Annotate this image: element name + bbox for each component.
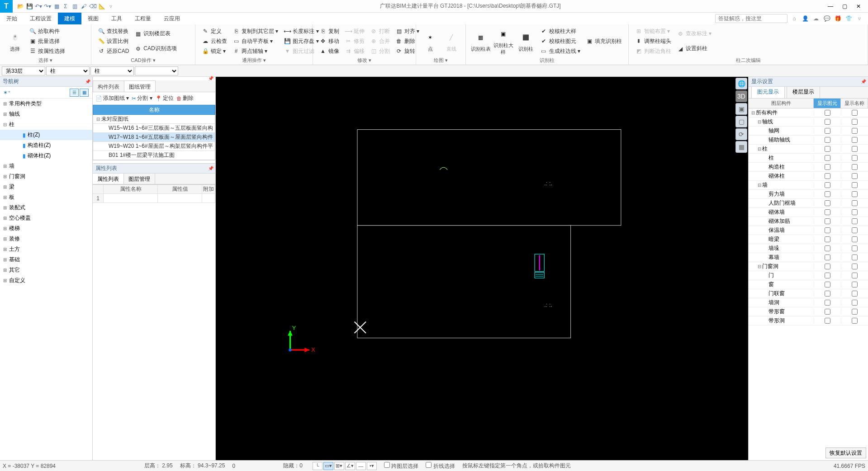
- display-row[interactable]: ⊟门窗洞: [749, 262, 868, 271]
- nav-item[interactable]: ⊞自定义: [0, 275, 92, 286]
- qat-undo-icon[interactable]: ↶▾: [34, 2, 43, 10]
- show-name-checkbox[interactable]: [852, 245, 858, 251]
- qat-layers-icon[interactable]: ▥: [71, 2, 79, 10]
- qat-region-icon[interactable]: ▦: [52, 2, 61, 10]
- display-row[interactable]: 门: [749, 271, 868, 280]
- pin-icon[interactable]: 📌: [85, 79, 90, 84]
- show-name-checkbox[interactable]: [852, 119, 858, 125]
- polyline-select-checkbox[interactable]: 折线选择: [426, 462, 455, 470]
- nav-item[interactable]: ⊞装修: [0, 234, 92, 244]
- nav-item[interactable]: ⊞板: [0, 192, 92, 203]
- show-elem-checkbox[interactable]: [825, 291, 830, 297]
- show-name-checkbox[interactable]: [852, 300, 858, 306]
- nav-item[interactable]: ⊞装配式: [0, 203, 92, 213]
- show-elem-checkbox[interactable]: [825, 146, 830, 152]
- verify-col-elem-button[interactable]: ✔校核柱图元: [538, 37, 582, 46]
- menu-tab[interactable]: 建模: [58, 13, 81, 25]
- show-name-checkbox[interactable]: [852, 254, 858, 260]
- offset-button[interactable]: ⇉偏移: [343, 47, 366, 56]
- display-row[interactable]: 保温墙: [749, 226, 868, 235]
- qat-save-icon[interactable]: 💾: [25, 2, 33, 10]
- restore-default-button[interactable]: 恢复默认设置: [825, 447, 866, 458]
- nav-item[interactable]: ⊞楼梯: [0, 223, 92, 234]
- show-name-checkbox[interactable]: [852, 282, 858, 287]
- show-elem-checkbox[interactable]: [825, 282, 830, 287]
- view-cube-icon[interactable]: ▣: [735, 103, 747, 115]
- show-elem-checkbox[interactable]: [825, 236, 830, 242]
- view-3d-icon[interactable]: 3D: [735, 90, 747, 102]
- nav-item[interactable]: ▮构造柱(Z): [0, 140, 92, 151]
- smart-layout-button[interactable]: ⊞智能布置 ▾: [633, 27, 673, 36]
- component-select[interactable]: [135, 66, 178, 75]
- display-row[interactable]: 带形窗: [749, 307, 868, 316]
- show-name-checkbox[interactable]: [852, 164, 858, 170]
- gift-icon[interactable]: 🎁: [834, 14, 842, 23]
- display-row[interactable]: ⊟柱: [749, 145, 868, 154]
- pin-icon[interactable]: 📌: [208, 76, 213, 81]
- mid-tab[interactable]: 构件列表: [93, 80, 124, 92]
- view-refresh-icon[interactable]: ⟳: [735, 128, 747, 140]
- view-list-icon[interactable]: ☰: [70, 89, 79, 97]
- qat-clear-icon[interactable]: ⌫: [89, 2, 97, 10]
- show-elem-checkbox[interactable]: [825, 173, 830, 179]
- drawing-row[interactable]: B01 1#楼一层梁平法施工图: [93, 151, 215, 160]
- show-elem-checkbox[interactable]: [825, 119, 830, 125]
- qat-redo-icon[interactable]: ↷▾: [43, 2, 52, 10]
- menu-tab[interactable]: 工具: [105, 13, 128, 25]
- view-front-icon[interactable]: ▢: [735, 116, 747, 127]
- recognize-floor-table-button[interactable]: ▦识别楼层表: [133, 29, 178, 38]
- batch-select-button[interactable]: ▣批量选择: [27, 37, 67, 46]
- floor-select[interactable]: 第33层: [2, 66, 45, 75]
- sbtn-grid-icon[interactable]: ⊞▾: [334, 462, 344, 470]
- rec-col-button[interactable]: ⬛识别柱: [516, 26, 536, 56]
- restore-cad-button[interactable]: ↺还原CAD: [96, 47, 131, 56]
- menu-tab[interactable]: 视图: [81, 13, 105, 25]
- show-name-checkbox[interactable]: [852, 155, 858, 161]
- show-name-checkbox[interactable]: [852, 128, 858, 134]
- display-row[interactable]: ⊟所有构件: [749, 108, 868, 118]
- select-button[interactable]: 🖱️ 选择: [5, 26, 25, 56]
- show-elem-checkbox[interactable]: [825, 191, 830, 197]
- display-row[interactable]: 门联窗: [749, 289, 868, 298]
- show-elem-checkbox[interactable]: [825, 137, 830, 143]
- nav-item[interactable]: ⊞墙: [0, 161, 92, 171]
- show-elem-checkbox[interactable]: [825, 273, 830, 278]
- view-grid-icon[interactable]: ▦: [80, 89, 89, 97]
- col-show-elem[interactable]: 显示图元: [814, 99, 841, 108]
- check-edit-dim-button[interactable]: ⚙查改标注 ▾: [675, 29, 713, 38]
- nav-item[interactable]: ⊞基础: [0, 254, 92, 265]
- prop-tab[interactable]: 属性列表: [93, 174, 124, 184]
- view-grid-icon[interactable]: ▦: [735, 141, 747, 153]
- display-row[interactable]: 柱: [749, 154, 868, 163]
- show-elem-checkbox[interactable]: [825, 309, 830, 315]
- nav-item[interactable]: ▮柱(Z): [0, 130, 92, 140]
- show-name-checkbox[interactable]: [852, 318, 858, 324]
- mid-tab[interactable]: 图纸管理: [124, 80, 156, 92]
- mirror-button[interactable]: ▲镜像: [318, 47, 341, 56]
- close-icon[interactable]: ✕: [853, 2, 864, 10]
- show-name-checkbox[interactable]: [852, 146, 858, 152]
- show-name-checkbox[interactable]: [852, 173, 858, 179]
- category-select[interactable]: 柱: [46, 66, 90, 75]
- set-incline-col-button[interactable]: ◢设置斜柱: [675, 44, 713, 53]
- help-search-input[interactable]: [715, 14, 787, 23]
- rec-col-detail-button[interactable]: ▣识别柱大样: [493, 26, 514, 56]
- display-row[interactable]: 构造柱: [749, 163, 868, 172]
- drawing-row[interactable]: W19~W20 1~6#屋面层～构架层竖向构件平: [93, 142, 215, 151]
- display-row[interactable]: 窗: [749, 280, 868, 289]
- show-name-checkbox[interactable]: [852, 200, 858, 206]
- adjust-col-end-button[interactable]: ⬍调整柱端头: [633, 37, 673, 46]
- display-row[interactable]: 墙垛: [749, 244, 868, 253]
- display-row[interactable]: 墙洞: [749, 298, 868, 307]
- qat-sum-icon[interactable]: Σ: [62, 2, 70, 10]
- show-elem-checkbox[interactable]: [825, 264, 830, 269]
- nav-item[interactable]: ⊞梁: [0, 182, 92, 192]
- show-elem-checkbox[interactable]: [825, 164, 830, 170]
- qat-open-icon[interactable]: 📂: [16, 2, 24, 10]
- display-tab[interactable]: 图元显示: [751, 85, 785, 98]
- display-row[interactable]: 砌体加筋: [749, 217, 868, 226]
- show-elem-checkbox[interactable]: [825, 318, 830, 324]
- set-scale-button[interactable]: 📏设置比例: [96, 37, 131, 46]
- nav-item[interactable]: ⊞其它: [0, 265, 92, 275]
- maximize-icon[interactable]: ▢: [839, 2, 851, 10]
